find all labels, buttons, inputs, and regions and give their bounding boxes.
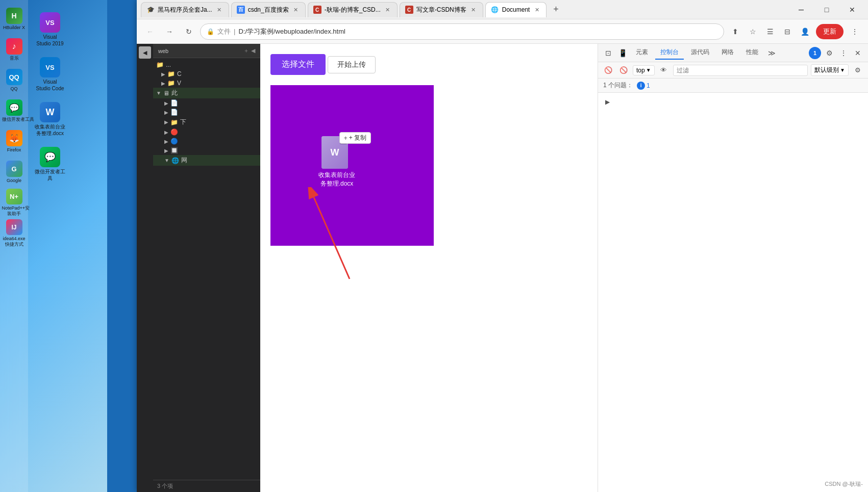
- console-expand-arrow[interactable]: ▶: [602, 97, 612, 107]
- taskbar-icon-hbuilder[interactable]: H HBuilder X: [3, 5, 26, 33]
- tree-item-11[interactable]: ▼ 🌐 网: [153, 155, 260, 166]
- taskbar-icon-idea[interactable]: IJ idea64.exe快捷方式: [3, 219, 26, 247]
- tree-item-6[interactable]: ▶ 📄: [153, 108, 260, 117]
- devtools-tab-network[interactable]: 网络: [716, 46, 739, 60]
- console-level-dropdown[interactable]: 默认级别 ▼: [811, 64, 849, 76]
- update-button[interactable]: 更新: [816, 24, 844, 39]
- back-button[interactable]: ←: [142, 23, 158, 40]
- tree-item-label-8: 🔴: [170, 128, 178, 136]
- taskbar-label-notepad: NotePad++安装助手: [2, 205, 27, 217]
- devtools-settings-button[interactable]: ⚙: [823, 47, 835, 59]
- reload-button[interactable]: ↻: [181, 23, 197, 40]
- arrow-icon-9: ▶: [164, 139, 168, 144]
- tab-write-csdn[interactable]: C 写文章-CSDN博客 ✕: [400, 2, 483, 17]
- bookmark-button[interactable]: ☆: [745, 23, 761, 40]
- taskbar-label-wechat-dev: 微信开发者工具: [2, 117, 27, 122]
- devtools-tab-elements[interactable]: 元素: [631, 46, 653, 60]
- tab-gengrui-blog[interactable]: C -耿瑞-的博客_CSD... ✕: [308, 2, 398, 17]
- file-tree-status: 3 个项: [153, 480, 260, 492]
- file-name-text: 收集表前台业 务整理.docx: [318, 171, 355, 187]
- taskbar-icon-google[interactable]: G Google: [3, 158, 26, 186]
- start-upload-button[interactable]: 开始上传: [328, 56, 376, 73]
- devtools-tab-performance[interactable]: 性能: [741, 46, 763, 60]
- window-controls: – □ ✕: [789, 2, 864, 18]
- tree-item-3[interactable]: ▶ 📁 V: [153, 79, 260, 88]
- taskbar-icon-notepad[interactable]: N+ NotePad++安装助手: [3, 189, 26, 217]
- url-path: D:/学习案例/webuploader/index.html: [238, 27, 345, 36]
- share-button[interactable]: ⬆: [727, 23, 743, 40]
- more-options-button[interactable]: ⋮: [847, 23, 863, 40]
- profile-button[interactable]: 👤: [797, 23, 813, 40]
- tree-item-10[interactable]: ▶ 🔲: [153, 146, 260, 155]
- console-filter-input[interactable]: [673, 65, 808, 76]
- select-file-button[interactable]: 选择文件: [270, 54, 326, 75]
- issue-count: 1: [647, 82, 650, 89]
- forward-button[interactable]: →: [161, 23, 178, 40]
- close-button[interactable]: ✕: [840, 2, 864, 18]
- url-bar[interactable]: 🔒 文件 | D:/学习案例/webuploader/index.html: [200, 23, 724, 40]
- tab-favicon-csdn-search: 百: [237, 6, 245, 14]
- vscode-explorer-btn[interactable]: ◀: [139, 46, 151, 59]
- file-tree-folder-label: web: [158, 48, 168, 54]
- taskbar-icon-wechat-dev[interactable]: 💬 微信开发者工具: [3, 97, 26, 125]
- console-context-dropdown[interactable]: top ▼: [633, 65, 655, 75]
- maximize-button[interactable]: □: [815, 2, 838, 18]
- console-eye-button[interactable]: 👁: [658, 64, 670, 76]
- taskbar-icon-firefox[interactable]: 🦊 Firefox: [3, 127, 26, 156]
- tab-close-gengrui[interactable]: ✕: [384, 6, 392, 14]
- minimize-button[interactable]: –: [789, 2, 813, 18]
- tree-item-2[interactable]: ▶ 📁 C: [153, 69, 260, 79]
- console-filter-button[interactable]: 🚫: [617, 64, 630, 76]
- tree-item-9[interactable]: ▶ 🔵: [153, 137, 260, 146]
- issues-count-prefix: 1 个问题：: [603, 81, 633, 90]
- copy-badge: + + 复制: [339, 132, 371, 144]
- tab-heiima[interactable]: 🎓 黑马程序员全套Ja... ✕: [141, 2, 229, 17]
- tab-document[interactable]: 🌐 Document ✕: [485, 2, 547, 17]
- console-settings-button[interactable]: ⚙: [852, 64, 864, 76]
- tree-item-8[interactable]: ▶ 🔴: [153, 127, 260, 137]
- devtools-console-toolbar: 🚫 🚫 top ▼ 👁 默认级别 ▼ ⚙: [598, 62, 868, 79]
- devtools-issues-badge[interactable]: 1: [809, 47, 821, 59]
- devtools-more-tabs-button[interactable]: ≫: [765, 47, 778, 59]
- desktop-icon-office[interactable]: W 收集表前台业务整理.docx: [32, 100, 68, 139]
- tree-item-5[interactable]: ▶ 📄: [153, 98, 260, 108]
- arrow-icon-2: ▶: [161, 71, 165, 77]
- custom-toolbar-button[interactable]: ☰: [762, 23, 778, 40]
- tree-item-7[interactable]: ▶ 📁 下: [153, 117, 260, 127]
- console-level-arrow: ▼: [840, 67, 845, 73]
- tree-item-1[interactable]: 📁 ...: [153, 60, 260, 69]
- file-tree-add-icon[interactable]: ＋: [243, 47, 249, 55]
- desktop-icon-vs-studio[interactable]: VS VisualStudio 2019: [32, 10, 68, 49]
- devtools-inspect-button[interactable]: ⊡: [602, 47, 614, 59]
- console-clear-button[interactable]: 🚫: [602, 64, 614, 76]
- desktop-icon-wechat[interactable]: 💬 微信开发者工具: [32, 145, 68, 184]
- issue-badge[interactable]: i 1: [637, 82, 650, 90]
- devtools-options-button[interactable]: ⋮: [837, 47, 850, 59]
- tab-close-heiima[interactable]: ✕: [215, 6, 224, 14]
- tree-item-4[interactable]: ▼ 🖥 此: [153, 88, 260, 98]
- tab-csdn-search[interactable]: 百 csdn_百度搜索 ✕: [231, 2, 306, 17]
- tab-close-write-csdn[interactable]: ✕: [469, 6, 478, 14]
- devtools-close-button[interactable]: ✕: [852, 47, 864, 59]
- taskbar-icon-music[interactable]: ♪ 音乐: [3, 36, 26, 64]
- url-protocol-icon: 🔒: [207, 28, 214, 35]
- arrow-icon-6: ▶: [164, 110, 168, 115]
- arrow-icon-3: ▶: [161, 81, 165, 86]
- taskbar-icon-qq[interactable]: QQ QQ: [3, 66, 26, 94]
- console-context-arrow: ▼: [646, 67, 651, 73]
- split-screen-button[interactable]: ⊟: [779, 23, 796, 40]
- file-name-label: 收集表前台业 务整理.docx: [316, 171, 357, 188]
- tab-close-csdn-search[interactable]: ✕: [292, 6, 300, 14]
- arrow-icon-10: ▶: [164, 148, 168, 153]
- devtools-toolbar: ⊡ 📱 元素 控制台 源代码 网络 性能 ≫ 1 ⚙ ⋮ ✕: [598, 44, 868, 62]
- upload-drop-zone[interactable]: W + + 复制 收集表前台业 务整理.docx: [270, 85, 434, 246]
- desktop-icon-vs-code[interactable]: VS VisualStudio Code: [32, 55, 68, 94]
- tree-item-label-7: 下: [180, 118, 186, 126]
- devtools-tab-sources[interactable]: 源代码: [686, 46, 714, 60]
- attribution-text: CSDN @-耿瑞-: [825, 481, 863, 487]
- tab-close-document[interactable]: ✕: [533, 6, 541, 14]
- devtools-tab-console[interactable]: 控制台: [655, 46, 684, 60]
- file-tree-back-icon[interactable]: ◀: [251, 47, 255, 54]
- devtools-device-button[interactable]: 📱: [616, 47, 629, 59]
- new-tab-button[interactable]: +: [549, 3, 563, 17]
